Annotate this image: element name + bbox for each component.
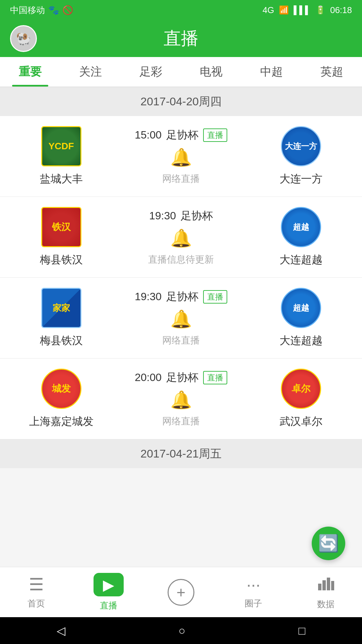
nav-data[interactable]: 数据 bbox=[290, 567, 362, 617]
home-name-1: 盐城大丰 bbox=[40, 172, 83, 186]
user-avatar[interactable]: 🐏 bbox=[10, 25, 37, 52]
recent-button[interactable]: □ bbox=[299, 624, 306, 637]
tab-important[interactable]: 重要 bbox=[0, 57, 60, 87]
carrier-text: 中国移动 bbox=[10, 4, 45, 16]
away-team-4: 卓尔 武汉卓尔 bbox=[246, 369, 355, 429]
tab-csl[interactable]: 中超 bbox=[241, 57, 302, 87]
away-logo-2: 超越 bbox=[281, 207, 321, 247]
home-icon: ☰ bbox=[29, 575, 44, 594]
nav-home[interactable]: ☰ 首页 bbox=[0, 567, 72, 617]
away-name-2: 大连超越 bbox=[280, 253, 322, 267]
match-time-1: 15:00 足协杯 直播 bbox=[135, 128, 227, 143]
status-icons: 4G 📶 ▌▌▌ 🔋 06:18 bbox=[262, 5, 352, 15]
header: 🐏 直播 bbox=[0, 20, 362, 57]
home-team-2: 铁汉 梅县铁汉 bbox=[7, 207, 116, 267]
home-logo-4: 城发 bbox=[41, 369, 81, 409]
home-team-3: 家家 梅县铁汉 bbox=[7, 288, 116, 348]
live-active-bg: ▶ bbox=[94, 573, 124, 596]
battery-icon: 🔋 bbox=[315, 5, 325, 15]
back-button[interactable]: ◁ bbox=[57, 624, 65, 637]
bottom-nav: ☰ 首页 ▶ 直播 + ··· 圈子 数据 bbox=[0, 567, 362, 617]
refresh-icon: 🔄 bbox=[318, 534, 339, 553]
match-center-1: 15:00 足协杯 直播 🔔 网络直播 bbox=[116, 128, 246, 185]
carrier-icon2: 🚫 bbox=[62, 5, 73, 15]
home-name-4: 上海嘉定城发 bbox=[29, 414, 94, 429]
away-team-3: 超越 大连超越 bbox=[246, 288, 355, 348]
match-center-2: 19:30 足协杯 🔔 直播信息待更新 bbox=[116, 209, 246, 266]
network-type: 4G bbox=[262, 5, 274, 15]
nav-add[interactable]: + bbox=[145, 567, 217, 617]
match-center-4: 20:00 足协杯 直播 🔔 网络直播 bbox=[116, 370, 246, 428]
match-row[interactable]: 家家 梅县铁汉 19:30 足协杯 直播 🔔 网络直播 超越 大连超越 bbox=[0, 278, 362, 359]
clock: 06:18 bbox=[330, 5, 352, 15]
bell-icon-1[interactable]: 🔔 bbox=[170, 147, 192, 168]
live-badge-4: 直播 bbox=[203, 371, 227, 384]
live-badge-3: 直播 bbox=[203, 290, 227, 304]
android-nav: ◁ ○ □ bbox=[0, 617, 362, 644]
broadcast-info-1: 网络直播 bbox=[162, 172, 200, 185]
home-logo-2: 铁汉 bbox=[41, 207, 81, 247]
broadcast-info-4: 网络直播 bbox=[162, 415, 200, 428]
away-name-3: 大连超越 bbox=[280, 333, 322, 348]
away-name-4: 武汉卓尔 bbox=[280, 414, 322, 429]
tab-lottery[interactable]: 足彩 bbox=[121, 57, 181, 87]
away-logo-4: 卓尔 bbox=[281, 369, 321, 409]
bell-icon-4[interactable]: 🔔 bbox=[170, 390, 192, 410]
tab-follow[interactable]: 关注 bbox=[60, 57, 121, 87]
wifi-icon: 📶 bbox=[279, 5, 289, 15]
match-center-3: 19:30 足协杯 直播 🔔 网络直播 bbox=[116, 289, 246, 347]
date-separator-1: 2017-04-20周四 bbox=[0, 87, 362, 116]
refresh-fab[interactable]: 🔄 bbox=[312, 527, 345, 560]
match-row[interactable]: 城发 上海嘉定城发 20:00 足协杯 直播 🔔 网络直播 卓尔 武汉卓尔 bbox=[0, 359, 362, 439]
tab-tv[interactable]: 电视 bbox=[181, 57, 241, 87]
add-circle: + bbox=[168, 579, 194, 606]
tab-epl[interactable]: 英超 bbox=[302, 57, 362, 87]
status-bar: 中国移动 🐾 🚫 4G 📶 ▌▌▌ 🔋 06:18 bbox=[0, 0, 362, 20]
live-badge-1: 直播 bbox=[203, 128, 227, 142]
match-row[interactable]: 铁汉 梅县铁汉 19:30 足协杯 🔔 直播信息待更新 超越 大连超越 bbox=[0, 197, 362, 278]
bell-icon-3[interactable]: 🔔 bbox=[170, 309, 192, 329]
content-area: 2017-04-20周四 YCDF 盐城大丰 15:00 足协杯 直播 🔔 网络… bbox=[0, 87, 362, 549]
svg-rect-2 bbox=[327, 578, 330, 590]
status-carrier: 中国移动 🐾 🚫 bbox=[10, 4, 73, 16]
page-title: 直播 bbox=[164, 27, 198, 50]
away-logo-3: 超越 bbox=[281, 288, 321, 328]
nav-live[interactable]: ▶ 直播 bbox=[72, 567, 145, 617]
svg-rect-1 bbox=[322, 580, 326, 590]
match-time-4: 20:00 足协杯 直播 bbox=[135, 370, 227, 385]
match-time-3: 19:30 足协杯 直播 bbox=[135, 289, 227, 304]
svg-rect-3 bbox=[331, 581, 334, 590]
home-name-3: 梅县铁汉 bbox=[40, 333, 83, 348]
tab-bar: 重要 关注 足彩 电视 中超 英超 bbox=[0, 57, 362, 87]
home-team-1: YCDF 盐城大丰 bbox=[7, 126, 116, 186]
match-time-2: 19:30 足协杯 bbox=[149, 209, 213, 223]
broadcast-info-3: 网络直播 bbox=[162, 334, 200, 347]
circle-icon: ··· bbox=[246, 575, 260, 594]
away-team-2: 超越 大连超越 bbox=[246, 207, 355, 267]
play-icon: ▶ bbox=[103, 576, 114, 593]
home-button[interactable]: ○ bbox=[178, 624, 185, 637]
carrier-icon1: 🐾 bbox=[48, 5, 59, 15]
bell-icon-2[interactable]: 🔔 bbox=[170, 228, 192, 249]
home-team-4: 城发 上海嘉定城发 bbox=[7, 369, 116, 429]
home-logo-3: 家家 bbox=[41, 288, 81, 328]
home-logo-1: YCDF bbox=[41, 126, 81, 166]
broadcast-info-2: 直播信息待更新 bbox=[148, 253, 214, 266]
home-name-2: 梅县铁汉 bbox=[40, 253, 83, 267]
signal-icon: ▌▌▌ bbox=[294, 5, 311, 15]
away-team-1: 大连一方 大连一方 bbox=[246, 126, 355, 186]
away-logo-1: 大连一方 bbox=[281, 126, 321, 166]
data-icon bbox=[317, 574, 334, 595]
nav-circle[interactable]: ··· 圈子 bbox=[217, 567, 290, 617]
svg-rect-0 bbox=[318, 584, 321, 590]
match-row[interactable]: YCDF 盐城大丰 15:00 足协杯 直播 🔔 网络直播 大连一方 大连一方 bbox=[0, 116, 362, 197]
away-name-1: 大连一方 bbox=[280, 172, 322, 186]
date-separator-2: 2017-04-21周五 bbox=[0, 439, 362, 468]
